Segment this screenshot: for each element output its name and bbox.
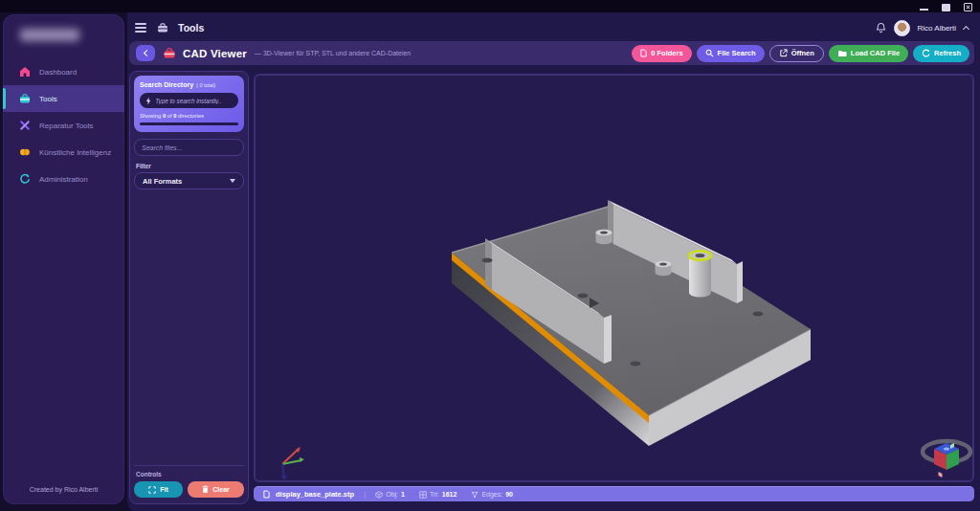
search-icon	[705, 49, 714, 57]
sidebar-item-kuenstliche-intelligenz[interactable]: Künstliche Intelligenz	[3, 139, 124, 166]
window-titlebar	[0, 0, 980, 12]
sidebar-item-tools[interactable]: Tools	[3, 85, 124, 112]
window-maximize-button[interactable]	[942, 4, 950, 11]
search-files-field[interactable]	[134, 139, 244, 156]
showing-directories-text: Showing 0 of 0 directories	[140, 113, 238, 119]
edges-stat: Edges: 90	[471, 491, 513, 499]
sidebar-item-label: Administration	[39, 175, 88, 184]
cad-viewer-header: CAD Viewer — 3D-Viewer für STP, STL und …	[129, 41, 974, 65]
search-directory-card: Search Directory ( 0 total) Showing 0 of…	[134, 76, 244, 132]
file-icon	[263, 490, 270, 499]
chevron-up-icon[interactable]	[963, 25, 969, 32]
vector-edges-icon	[471, 491, 479, 499]
window-close-button[interactable]	[964, 3, 972, 11]
search-directory-count: ( 0 total)	[196, 82, 215, 88]
repair-tools-icon	[19, 120, 31, 131]
controls-label: Controls	[136, 471, 244, 478]
window-minimize-button[interactable]	[920, 9, 928, 11]
orbit-cube-gizmo[interactable]	[923, 441, 970, 478]
toolbox-icon	[156, 22, 169, 33]
menu-toggle-icon[interactable]	[135, 23, 146, 33]
load-cad-file-button[interactable]: Load CAD File	[829, 45, 908, 62]
refresh-icon	[922, 49, 930, 57]
notification-bell-icon[interactable]	[876, 22, 886, 33]
viewport-canvas[interactable]	[256, 76, 974, 482]
user-name: Rico Alberti	[918, 24, 956, 33]
topbar: Tools Rico Alberti	[129, 16, 974, 39]
directory-progress-bar	[140, 122, 238, 125]
lightning-icon	[145, 97, 151, 105]
grid-icon	[419, 491, 427, 499]
folders-count-button[interactable]: 0 Folders	[632, 45, 691, 62]
sidebar-item-label: Reparatur Tools	[39, 122, 93, 130]
trash-icon	[202, 485, 209, 494]
chevron-down-icon	[230, 179, 235, 183]
filter-label: Filter	[136, 163, 244, 169]
fit-brackets-icon	[148, 486, 156, 494]
loaded-filename: display_base_plate.stp	[276, 490, 354, 499]
sidebar-item-reparatur-tools[interactable]: Reparatur Tools	[3, 112, 124, 139]
search-files-input[interactable]	[142, 144, 236, 151]
sidebar-item-label: Dashboard	[39, 68, 77, 77]
sidebar-nav: Dashboard Tools Reparatur Tools Künstlic…	[3, 58, 124, 192]
cube-icon	[375, 491, 383, 499]
cad-model-boss-pin[interactable]	[656, 261, 672, 277]
format-filter-select[interactable]: All Formats	[134, 172, 244, 189]
sidebar-footer-credit: Created by Rico Alberti	[3, 477, 124, 504]
page-title: Tools	[178, 22, 204, 33]
instant-search-input[interactable]	[155, 98, 233, 104]
open-button[interactable]: Öffnen	[769, 45, 824, 62]
sidebar-item-dashboard[interactable]: Dashboard	[3, 58, 124, 85]
controls-section: Controls Fit Clear	[134, 465, 244, 500]
format-filter-value: All Formats	[143, 177, 182, 186]
triangles-stat: Tri: 1612	[419, 491, 457, 499]
brain-icon	[19, 146, 31, 158]
viewer-statusbar: display_base_plate.stp | Obj: 1 Tri: 161…	[254, 486, 974, 501]
cad-toolbox-icon	[163, 47, 176, 59]
sidebar-item-label: Tools	[39, 95, 57, 103]
user-avatar[interactable]	[894, 20, 910, 36]
chevron-left-icon	[143, 50, 149, 56]
cad-viewer-title: CAD Viewer	[183, 48, 247, 59]
cad-viewer-subtitle: — 3D-Viewer für STP, STL und andere CAD-…	[255, 50, 411, 56]
search-directory-title: Search Directory	[140, 81, 193, 88]
cad-viewport[interactable]	[254, 74, 974, 482]
file-browser-panel: Search Directory ( 0 total) Showing 0 of…	[129, 71, 249, 504]
sync-icon	[19, 173, 31, 185]
objects-stat: Obj: 1	[375, 491, 405, 499]
app-logo	[3, 14, 124, 55]
axis-triad-gizmo	[281, 447, 304, 480]
folder-icon	[837, 50, 847, 57]
back-button[interactable]	[136, 45, 155, 61]
external-link-icon	[779, 49, 788, 57]
statusbar-divider: |	[364, 490, 366, 499]
home-icon	[19, 66, 31, 78]
fit-view-button[interactable]: Fit	[134, 481, 183, 498]
app-logo-blurred	[20, 29, 79, 41]
sidebar-item-label: Künstliche Intelligenz	[39, 148, 111, 157]
sidebar: Dashboard Tools Reparatur Tools Künstlic…	[3, 14, 124, 504]
file-icon	[640, 49, 647, 57]
cad-model-highlighted-cylinder[interactable]	[689, 251, 711, 297]
instant-search-field[interactable]	[140, 93, 238, 108]
refresh-button[interactable]: Refresh	[913, 45, 969, 62]
cad-model-boss-pin[interactable]	[596, 230, 612, 245]
file-search-button[interactable]: File Search	[697, 45, 765, 62]
toolbox-icon	[19, 93, 31, 104]
clear-button[interactable]: Clear	[188, 481, 244, 498]
sidebar-item-administration[interactable]: Administration	[3, 166, 124, 192]
